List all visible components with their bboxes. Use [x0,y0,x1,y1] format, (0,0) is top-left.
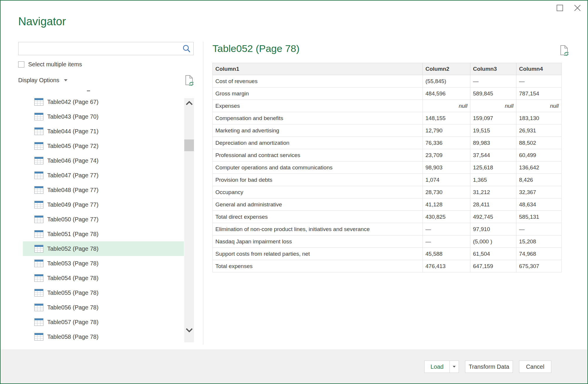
list-item-label: Table053 (Page 78) [47,260,99,267]
preview-refresh-icon[interactable] [560,45,569,56]
list-item-label: Table051 (Page 78) [47,231,99,238]
select-multiple-label: Select multiple items [28,61,82,68]
list-item[interactable]: Table057 (Page 78) [23,315,184,329]
list-item-label: Table048 (Page 77) [47,187,99,193]
table-icon [34,215,43,223]
list-item[interactable]: Table056 (Page 78) [23,300,184,315]
list-item[interactable]: Table047 (Page 77) [23,168,184,183]
list-item-label: Table042 (Page 67) [47,99,99,105]
table-icon [34,289,43,297]
table-icon [34,245,43,252]
table-cell: 1,074 [423,174,470,186]
column-header: Column1 [213,63,423,75]
transform-data-button[interactable]: Transform Data [465,361,513,373]
table-icon [34,98,43,106]
table-cell: Marketing and advertising [213,124,423,137]
table-cell: 74,968 [516,248,562,260]
table-icon [34,171,43,179]
load-dropdown-button[interactable] [450,361,459,373]
table-cell: 675,307 [516,260,562,272]
list-item[interactable]: Table053 (Page 78) [23,256,184,271]
table-cell: 183,130 [516,112,562,124]
list-item[interactable]: Table048 (Page 77) [23,183,184,197]
table-cell: 647,159 [470,260,516,272]
scroll-up-icon[interactable] [185,101,193,107]
table-cell: 585,131 [516,211,562,223]
table-cell: General and administrative [213,198,423,211]
select-multiple-checkbox[interactable] [18,61,24,68]
table-cell: 98,903 [423,161,470,174]
table-cell: Professional and contract services [213,149,423,161]
refresh-icon[interactable] [185,75,194,86]
scrollbar-thumb[interactable] [184,139,194,151]
load-button[interactable]: Load [425,361,450,373]
window-controls [555,3,583,14]
table-cell: Nasdaq Japan impairment loss [213,235,423,248]
list-item[interactable]: Table050 (Page 77) [23,212,184,227]
list-item-label: Table049 (Page 77) [47,201,99,208]
list-item[interactable]: Table052 (Page 78) [23,241,184,256]
table-cell: Elimination of non-core product lines, i… [213,223,423,235]
table-row: Occupancy28,73031,21232,367 [213,186,562,198]
list-item[interactable]: Table043 (Page 70) [23,109,184,124]
table-cell: Compensation and benefits [213,112,423,124]
table-cell: — [470,75,516,87]
table-cell: 19,515 [470,124,516,137]
list-item[interactable]: Table058 (Page 78) [23,329,184,344]
scroll-down-icon[interactable] [185,328,193,334]
table-row: Cost of revenues(55,845)—— [213,75,562,87]
table-cell: 136,642 [516,161,562,174]
list-item-label: Table045 (Page 72) [47,143,99,149]
close-button[interactable] [572,3,583,14]
list-item[interactable]: Table049 (Page 77) [23,197,184,212]
list-item[interactable]: Table044 (Page 71) [23,124,184,139]
table-cell: Occupancy [213,186,423,198]
table-cell: 125,618 [470,161,516,174]
maximize-button[interactable] [555,3,565,14]
table-cell: null [423,100,470,112]
display-options-dropdown[interactable]: Display Options [18,77,67,84]
search-input[interactable] [18,42,193,55]
table-cell: — [516,75,562,87]
table-cell: 12,790 [423,124,470,137]
chevron-down-icon [453,366,456,368]
list-item[interactable]: Table054 (Page 78) [23,271,184,285]
table-row: Gross margin484,596589,845787,154 [213,87,562,100]
table-icon [34,260,43,267]
list-item[interactable]: Table042 (Page 67) [23,95,184,109]
table-cell: 492,745 [470,211,516,223]
table-cell: 89,983 [470,137,516,149]
preview-table: Column1Column2Column3Column4Cost of reve… [212,63,562,272]
table-cell: 88,502 [516,137,562,149]
list-item-label: Table058 (Page 78) [47,334,99,340]
column-header: Column3 [470,63,516,75]
table-row: Support costs from related parties, net4… [213,248,562,260]
table-cell: — [516,223,562,235]
table-cell: Cost of revenues [213,75,423,87]
load-button-group: Load [424,361,459,373]
list-item-label: Table047 (Page 77) [47,172,99,179]
table-cell: null [516,100,562,112]
list-item[interactable]: Table046 (Page 74) [23,153,184,168]
list-item-label: Table057 (Page 78) [47,319,99,326]
table-icon [34,304,43,311]
close-icon [574,4,581,13]
list-item[interactable]: Table051 (Page 78) [23,227,184,241]
table-cell: Total expenses [213,260,423,272]
list-scrollbar[interactable] [184,98,194,342]
list-item[interactable]: Table055 (Page 78) [23,285,184,300]
table-cell: 430,825 [423,211,470,223]
table-header-row: Column1Column2Column3Column4 [213,63,562,75]
table-cell: (5,000 ) [470,235,516,248]
table-row: Expensesnullnullnull [213,100,562,112]
maximize-icon [556,4,563,12]
table-icon [34,230,43,238]
table-cell: (55,845) [423,75,470,87]
table-cell: 76,336 [423,137,470,149]
table-row: Total direct expenses430,825492,745585,1… [213,211,562,223]
clipped-list-item-fragment [87,90,90,91]
search-icon[interactable] [182,44,191,53]
table-cell: 148,155 [423,112,470,124]
cancel-button[interactable]: Cancel [519,361,551,373]
list-item[interactable]: Table045 (Page 72) [23,139,184,153]
